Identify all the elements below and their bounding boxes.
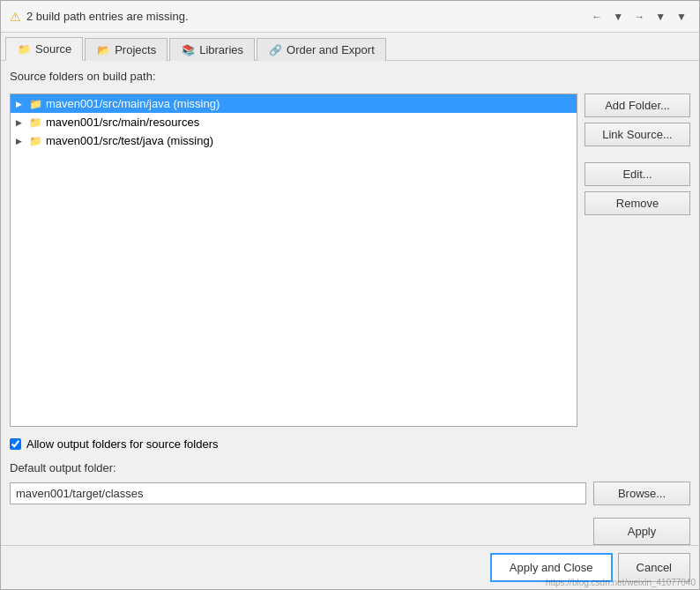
title-bar-right: ← ▼ → ▼ ▼ (588, 9, 690, 25)
link-source-button[interactable]: Link Source... (585, 123, 690, 146)
output-folder-input[interactable] (10, 482, 586, 504)
output-folder-label: Default output folder: (10, 461, 690, 474)
tree-area[interactable]: ▶ 📁 maven001/src/main/java (missing) ▶ 📁… (10, 93, 577, 427)
tab-libraries-label: Libraries (199, 43, 243, 56)
tree-arrow-1: ▶ (16, 100, 25, 108)
browse-button[interactable]: Browse... (593, 482, 690, 505)
folder-icon-3: 📁 (28, 135, 42, 147)
order-export-tab-icon: 🔗 (268, 44, 282, 56)
tree-item-1-label: maven001/src/main/java (missing) (46, 97, 220, 110)
buttons-column: Add Folder... Link Source... Edit... Rem… (585, 93, 690, 427)
tree-item-1[interactable]: ▶ 📁 maven001/src/main/java (missing) (11, 94, 577, 113)
source-tab-icon: 📁 (17, 43, 31, 56)
content-area: Source folders on build path: ▶ 📁 maven0… (1, 61, 699, 514)
more-button[interactable]: ▼ (673, 9, 690, 25)
dropdown-button[interactable]: ▼ (609, 9, 627, 25)
projects-tab-icon: 📂 (96, 44, 110, 56)
title-bar: ⚠ 2 build path entries are missing. ← ▼ … (1, 1, 699, 33)
tab-order-export-label: Order and Export (287, 43, 375, 56)
tree-arrow-3: ▶ (16, 137, 25, 146)
tab-source-label: Source (35, 42, 71, 56)
tab-projects[interactable]: 📂 Projects (85, 38, 168, 61)
allow-output-checkbox[interactable] (10, 438, 21, 450)
output-row: Browse... (10, 482, 690, 505)
tab-libraries[interactable]: 📚 Libraries (169, 38, 255, 61)
back-button[interactable]: ← (588, 9, 606, 25)
forward-button[interactable]: → (630, 9, 648, 25)
tree-item-3[interactable]: ▶ 📁 maven001/src/test/java (missing) (11, 131, 577, 150)
allow-output-label: Allow output folders for source folders (26, 437, 219, 451)
tabs-bar: 📁 Source 📂 Projects 📚 Libraries 🔗 Order … (1, 33, 699, 61)
folder-icon-1: 📁 (28, 98, 42, 110)
tree-item-2-label: maven001/src/main/resources (46, 116, 199, 129)
remove-button[interactable]: Remove (585, 191, 690, 215)
warning-icon: ⚠ (10, 10, 21, 24)
libraries-tab-icon: 📚 (181, 44, 195, 56)
add-folder-button[interactable]: Add Folder... (585, 93, 690, 117)
edit-button[interactable]: Edit... (585, 162, 690, 186)
title-bar-left: ⚠ 2 build path entries are missing. (10, 10, 189, 24)
tab-source[interactable]: 📁 Source (5, 37, 83, 61)
tree-item-3-label: maven001/src/test/java (missing) (46, 134, 213, 147)
apply-button[interactable]: Apply (593, 518, 690, 545)
section-label: Source folders on build path: (10, 70, 690, 83)
tab-projects-label: Projects (115, 43, 156, 56)
watermark: https://blog.csdn.net/weixin_41077040 (546, 578, 696, 587)
main-panel: ▶ 📁 maven001/src/main/java (missing) ▶ 📁… (10, 93, 690, 427)
title-message: 2 build path entries are missing. (26, 10, 189, 23)
folder-icon-2: 📁 (28, 116, 42, 129)
apply-row: Apply (1, 514, 699, 545)
tab-order-export[interactable]: 🔗 Order and Export (257, 38, 386, 61)
dialog: ⚠ 2 build path entries are missing. ← ▼ … (0, 0, 700, 590)
tree-item-2[interactable]: ▶ 📁 maven001/src/main/resources (11, 113, 577, 131)
nav-dropdown-button[interactable]: ▼ (652, 9, 669, 25)
tree-arrow-2: ▶ (16, 118, 25, 127)
allow-output-row: Allow output folders for source folders (10, 437, 690, 451)
